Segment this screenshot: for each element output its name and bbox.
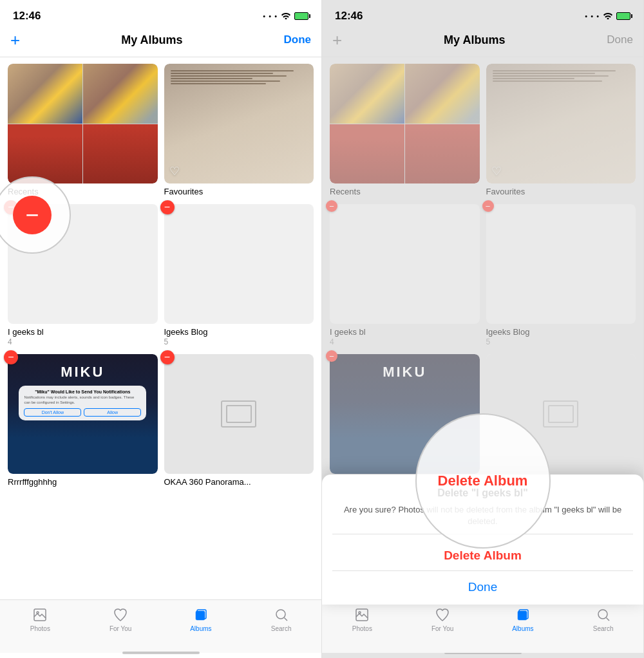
album-count-igeeks-bl-right: 4 — [330, 337, 480, 346]
fav-line-r5 — [493, 80, 602, 82]
album-item-favourites-left[interactable]: ♡ Favourites — [164, 64, 314, 196]
fav-line-3 — [171, 75, 287, 77]
favourites-photo-right — [486, 64, 636, 183]
signal-icon-left: • • • — [263, 12, 278, 20]
album-thumb-igeeks-blog-right — [486, 204, 636, 324]
pano-outer-rect — [221, 400, 256, 428]
status-time-left: 12:46 — [13, 10, 41, 23]
miku-photo: MIKU "Miku" Would Like to Send You Notif… — [8, 354, 158, 474]
recents-cell-4 — [83, 124, 158, 184]
done-button-left[interactable]: Done — [284, 33, 312, 46]
delete-button-rrrrfffgghhhg-right[interactable]: − — [326, 350, 337, 362]
cancel-alert-button[interactable]: Done — [332, 574, 633, 598]
tab-albums-left[interactable]: Albums — [161, 606, 242, 632]
albums-icon-left — [193, 606, 209, 623]
alert-divider-2 — [332, 570, 633, 571]
tab-bar-right: Photos For You Albums Search — [322, 599, 643, 653]
tab-for-you-right[interactable]: For You — [402, 606, 483, 632]
albums-icon-right — [515, 606, 531, 623]
album-item-recents-right[interactable]: Recents — [330, 64, 480, 196]
miku-label: MIKU — [61, 364, 104, 381]
miku-label-right: MIKU — [383, 364, 426, 381]
album-thumb-rrrrfffgghhhg-left: MIKU "Miku" Would Like to Send You Notif… — [8, 354, 158, 474]
album-count-igeeks-blog-left: 5 — [164, 337, 314, 346]
fav-line-2 — [171, 73, 273, 74]
album-thumb-inner-favourites-right — [486, 64, 636, 183]
svg-point-9 — [598, 610, 607, 619]
tab-label-for-you-right: For You — [431, 625, 453, 632]
page-title-left: My Albums — [121, 33, 182, 47]
pano-inner-rect — [226, 405, 252, 423]
battery-icon-left — [294, 12, 308, 20]
album-count-igeeks-blog-right: 5 — [486, 337, 636, 346]
fav-line-r1 — [493, 70, 616, 71]
album-item-rrrrfffgghhhg-left[interactable]: − MIKU "Miku" Would Like to Send You Not… — [8, 354, 158, 487]
recents-cell-1-right — [330, 64, 404, 124]
fav-line-4 — [171, 78, 253, 79]
tab-label-search-right: Search — [593, 625, 614, 632]
tab-search-right[interactable]: Search — [563, 606, 643, 632]
album-thumb-inner-recents-right — [330, 64, 480, 183]
delete-album-magnified-label: Delete Album — [425, 473, 541, 489]
album-thumb-recents-left — [8, 64, 158, 183]
big-delete-button[interactable]: − — [13, 196, 52, 234]
tab-search-left[interactable]: Search — [241, 606, 321, 632]
done-button-right[interactable]: Done — [607, 33, 633, 46]
album-item-favourites-right[interactable]: ♡ Favourites — [486, 64, 636, 196]
delete-button-okaa360-left[interactable]: − — [160, 350, 175, 364]
search-icon-left — [273, 606, 290, 623]
heart-icon-favourites: ♡ — [169, 164, 180, 178]
delete-button-igeeks-blog-left[interactable]: − — [160, 200, 175, 214]
page-title-right: My Albums — [444, 33, 505, 47]
for-you-icon-left — [112, 606, 129, 623]
battery-icon-right — [616, 12, 630, 20]
album-item-igeeks-blog-right[interactable]: − Igeeks Blog 5 — [486, 204, 636, 346]
album-thumb-igeeks-bl-right — [330, 204, 480, 324]
tab-photos-left[interactable]: Photos — [0, 606, 80, 632]
recents-cell-2-right — [405, 64, 480, 124]
status-time-right: 12:46 — [335, 10, 363, 23]
delete-button-igeeks-blog-right[interactable]: − — [482, 200, 494, 212]
album-thumb-inner-recents — [8, 64, 158, 183]
doc-overlay — [164, 64, 314, 183]
album-item-okaa360-left[interactable]: − OKAA 360 Panorama... — [164, 354, 314, 487]
tab-label-albums-right: Albums — [512, 625, 533, 632]
album-name-okaa360-left: OKAA 360 Panorama... — [164, 477, 314, 487]
recents-cell-4-right — [405, 124, 480, 184]
notif-actions: Don't Allow Allow — [24, 408, 141, 417]
tab-label-for-you-left: For You — [109, 625, 131, 632]
notif-title-text: "Miku" Would Like to Send You Notificati… — [24, 390, 141, 394]
dont-allow-btn[interactable]: Don't Allow — [24, 408, 81, 417]
album-count-igeeks-bl-left: 4 — [8, 337, 158, 346]
nav-bar-left: + My Albums Done — [0, 28, 321, 57]
album-thumb-okaa360-left — [164, 354, 314, 474]
album-item-igeeks-bl-right[interactable]: − I geeks bl 4 — [330, 204, 480, 346]
photos-icon-left — [32, 606, 48, 623]
delete-button-rrrrfffgghhhg-left[interactable]: − — [4, 350, 18, 364]
allow-btn[interactable]: Allow — [84, 408, 141, 417]
tab-bar-left: Photos For You Albums Search — [0, 599, 321, 653]
delete-button-igeeks-bl-right[interactable]: − — [326, 200, 337, 212]
add-album-button-left[interactable]: + — [10, 30, 20, 50]
tab-albums-right[interactable]: Albums — [483, 606, 564, 632]
svg-point-4 — [276, 610, 285, 619]
album-name-igeeks-bl-left: I geeks bl — [8, 327, 158, 337]
albums-grid-left: Recents — [8, 64, 314, 487]
add-album-button-right[interactable]: + — [332, 30, 342, 50]
album-item-igeeks-blog-left[interactable]: − Igeeks Blog 5 — [164, 204, 314, 346]
panorama-photo — [164, 354, 314, 474]
album-name-favourites-right: Favourites — [486, 187, 636, 196]
delete-circle-magnifier: Delete Album — [415, 413, 551, 549]
recents-grid — [8, 64, 158, 183]
album-name-igeeks-blog-left: Igeeks Blog — [164, 327, 314, 337]
album-name-rrrrfffgghhhg-left: Rrrrfffgghhhg — [8, 477, 158, 487]
photos-icon-right — [354, 606, 370, 623]
album-thumb-favourites-left: ♡ — [164, 64, 314, 183]
pano-outer-rect-right — [543, 400, 578, 428]
tab-for-you-left[interactable]: For You — [80, 606, 161, 632]
recents-grid-right — [330, 64, 480, 183]
tab-label-search-left: Search — [271, 625, 292, 632]
doc-overlay-right — [486, 64, 636, 183]
notif-body-text: Notifications may include alerts, sounds… — [24, 395, 141, 406]
tab-photos-right[interactable]: Photos — [322, 606, 402, 632]
